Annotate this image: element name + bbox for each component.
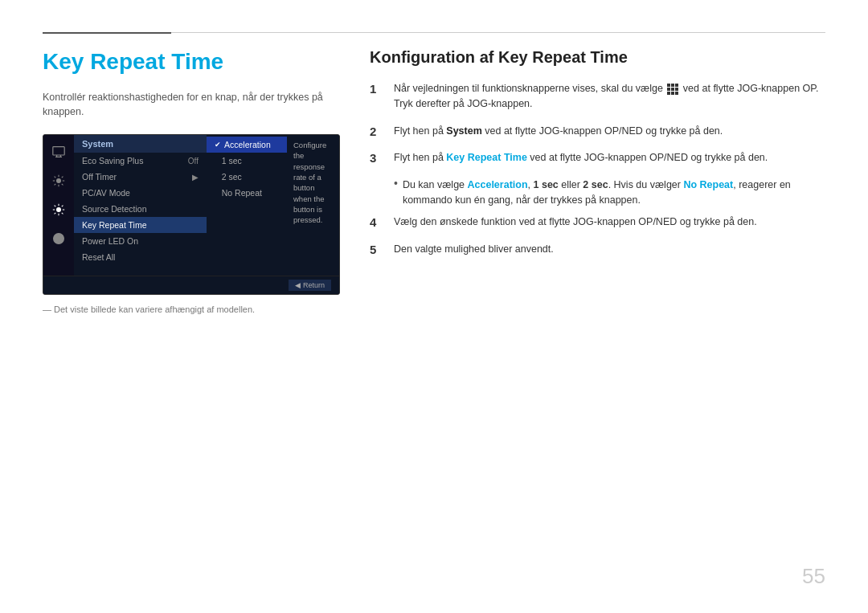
return-button: ◀ Return: [289, 280, 331, 291]
step-1-number: 1: [370, 82, 384, 96]
monitor-icon: [50, 143, 68, 161]
step-3-text: Flyt hen på Key Repeat Time ved at flytt…: [394, 150, 768, 166]
menu-panel: System Eco Saving Plus Off Off Timer ▶ P…: [74, 135, 207, 276]
page-number: 55: [802, 564, 825, 589]
subtitle: Kontrollér reaktionshastigheden for en k…: [43, 90, 332, 121]
section-title: Konfiguration af Key Repeat Time: [370, 48, 825, 67]
menu-item-keyrepeat: Key Repeat Time: [74, 217, 207, 233]
submenu-panel: ✔ Acceleration 1 sec 2 sec No Repeat: [207, 135, 287, 276]
step-4-text: Vælg den ønskede funktion ved at flytte …: [394, 215, 757, 230]
monitor-footer: ◀ Return: [43, 276, 339, 294]
bullet-item: • Du kan vælge Acceleration, 1 sec eller…: [394, 178, 825, 209]
menu-item-eco: Eco Saving Plus Off: [74, 153, 207, 169]
side-note-text: Configure the response rate of a button …: [293, 140, 333, 225]
step-2-number: 2: [370, 125, 384, 138]
step-1-text: Når vejledningen til funktionsknapperne …: [394, 81, 825, 112]
step-4: 4 Vælg den ønskede funktion ved at flytt…: [370, 215, 825, 230]
submenu-2sec: 2 sec: [207, 169, 287, 185]
side-note-panel: Configure the response rate of a button …: [287, 135, 339, 276]
sidebar-icons: [43, 135, 74, 276]
right-column: Konfiguration af Key Repeat Time 1 Når v…: [370, 48, 825, 268]
step-5-text: Den valgte mulighed bliver anvendt.: [394, 242, 554, 257]
menu-item-pcav: PC/AV Mode: [74, 185, 207, 201]
step-5: 5 Den valgte mulighed bliver anvendt.: [370, 242, 825, 257]
note-line: ― Det viste billede kan variere afhængig…: [43, 304, 332, 314]
svg-point-5: [57, 208, 61, 212]
step-4-number: 4: [370, 215, 384, 229]
svg-point-4: [57, 179, 61, 183]
bullet-dot: •: [394, 177, 398, 190]
step-2-text: Flyt hen på System ved at flytte JOG-kna…: [394, 124, 723, 139]
top-line-accent: [43, 32, 171, 34]
left-column: Key Repeat Time Kontrollér reaktionshast…: [43, 48, 332, 314]
step-3-number: 3: [370, 151, 384, 165]
step-3: 3 Flyt hen på Key Repeat Time ved at fly…: [370, 150, 825, 166]
bullet-text: Du kan vælge Acceleration, 1 sec eller 2…: [403, 178, 825, 209]
menu-item-source: Source Detection: [74, 201, 207, 217]
steps-list: 1 Når vejledningen til funktionsknappern…: [370, 81, 825, 257]
grid-icon: [667, 84, 678, 95]
step-2: 2 Flyt hen på System ved at flytte JOG-k…: [370, 124, 825, 139]
page-title: Key Repeat Time: [43, 48, 332, 76]
submenu-1sec: 1 sec: [207, 153, 287, 169]
menu-item-reset: Reset All: [74, 249, 207, 265]
step-1: 1 Når vejledningen til funktionsknappern…: [370, 81, 825, 112]
step-5-number: 5: [370, 243, 384, 256]
settings-icon: [50, 172, 68, 190]
monitor-screenshot: System Eco Saving Plus Off Off Timer ▶ P…: [43, 134, 340, 295]
menu-item-powerled: Power LED On: [74, 233, 207, 249]
menu-header: System: [74, 135, 207, 153]
submenu-acceleration: ✔ Acceleration: [207, 137, 287, 153]
info-icon: [50, 230, 68, 247]
svg-rect-0: [53, 147, 64, 155]
svg-point-8: [58, 235, 59, 237]
submenu-norepeat: No Repeat: [207, 185, 287, 201]
menu-item-offtimer: Off Timer ▶: [74, 169, 207, 185]
gear-icon: [50, 201, 68, 219]
